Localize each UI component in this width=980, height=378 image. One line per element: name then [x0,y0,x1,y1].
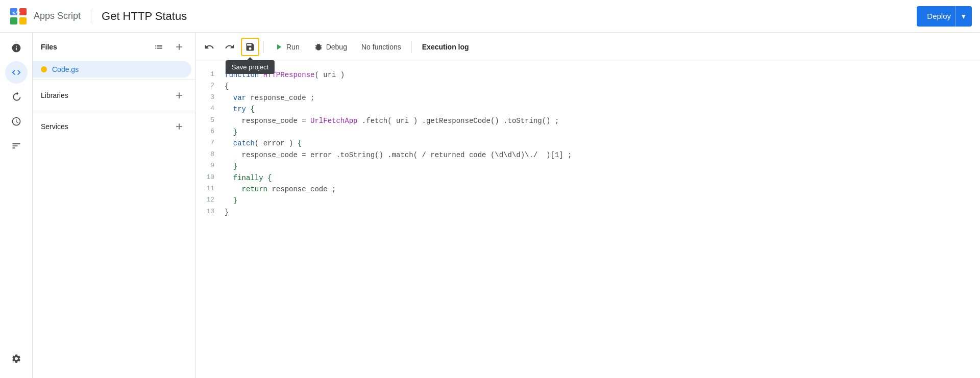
files-section-header: Files [33,33,195,61]
line-num-13: 13 [196,207,225,218]
clock-icon [11,116,21,127]
sort-icon [154,42,163,52]
add-service-button[interactable] [171,118,187,135]
section-divider-2 [33,111,195,111]
section-divider-1 [33,80,195,80]
sidebar-editor-button[interactable] [5,61,28,84]
redo-icon [225,42,235,52]
line-content-6: } [225,127,980,138]
history-icon [11,92,21,102]
project-title: Get HTTP Status [102,10,187,23]
deploy-dropdown-arrow[interactable]: ▾ [955,6,972,27]
sidebar-info-button[interactable] [5,37,28,59]
undo-button[interactable] [200,38,218,56]
line-num-8: 8 [196,149,225,161]
svg-rect-3 [10,17,17,24]
header-divider [91,9,91,23]
line-num-3: 3 [196,92,225,104]
file-item-code-gs[interactable]: Code.gs [33,61,191,78]
run-button[interactable]: Run [268,38,306,56]
code-line-7: 7 catch( error ) { [196,138,980,149]
toolbar-divider-2 [411,41,412,53]
line-num-7: 7 [196,138,225,149]
no-functions-button[interactable]: No functions [355,38,407,56]
deploy-button-label: Deploy [927,12,955,20]
line-num-9: 9 [196,161,225,172]
add-library-button[interactable] [171,87,187,104]
sidebar-executions-button[interactable] [5,135,28,157]
line-num-11: 11 [196,184,225,195]
logo-area: </> Apps Script [8,6,81,27]
line-num-2: 2 [196,81,225,92]
libraries-section[interactable]: Libraries [33,82,195,109]
editor-area: Save project Run Debug No functions Exec… [196,33,980,378]
line-content-5: response_code = UrlFetchApp .fetch( uri … [225,115,980,127]
code-line-4: 4 try { [196,104,980,115]
deploy-button[interactable]: Deploy ▾ [917,6,972,27]
plus-icon-lib [174,90,184,100]
files-header-actions [151,39,187,55]
line-content-4: try { [225,104,980,115]
icon-sidebar [0,33,33,378]
debug-button[interactable]: Debug [308,38,353,56]
line-content-9: } [225,161,980,172]
sort-files-button[interactable] [151,39,167,55]
editor-toolbar: Save project Run Debug No functions Exec… [196,33,980,61]
code-line-12: 12 } [196,195,980,206]
line-content-10: finally { [225,172,980,184]
execution-log-button[interactable]: Execution log [416,38,475,56]
file-panel: Files Code.gs Libraries Services [33,33,196,378]
apps-script-logo: </> [8,6,29,27]
line-content-12: } [225,195,980,206]
sidebar-history-button[interactable] [5,86,28,108]
svg-rect-4 [19,17,27,24]
code-line-9: 9 } [196,161,980,172]
sidebar-settings-button[interactable] [5,347,28,370]
code-line-1: 1 function HTTPResponse( uri ) [196,69,980,81]
sidebar-triggers-button[interactable] [5,110,28,133]
files-label: Files [41,43,57,51]
plus-icon [174,42,184,52]
execution-log-label: Execution log [422,43,469,51]
code-line-8: 8 response_code = error .toString() .mat… [196,149,980,161]
line-content-2: { [225,81,980,92]
debug-icon [314,42,323,52]
settings-icon [11,354,21,364]
line-num-12: 12 [196,195,225,206]
top-header: </> Apps Script Get HTTP Status Deploy ▾ [0,0,980,33]
line-content-11: return response_code ; [225,184,980,195]
services-section[interactable]: Services [33,113,195,140]
save-icon [245,42,255,52]
svg-text:</>: </> [12,10,21,15]
line-content-7: catch( error ) { [225,138,980,149]
services-label: Services [41,122,68,131]
line-content-1: function HTTPResponse( uri ) [225,69,980,81]
code-line-10: 10 finally { [196,172,980,184]
header-left: </> Apps Script Get HTTP Status [8,6,187,27]
debug-label: Debug [326,43,347,51]
line-content-8: response_code = error .toString() .match… [225,149,980,161]
save-button[interactable] [241,38,259,56]
run-icon [274,42,283,52]
save-tooltip: Save project [226,60,275,74]
code-editor[interactable]: 1 function HTTPResponse( uri ) 2 { 3 var… [196,61,980,378]
no-functions-label: No functions [361,43,401,51]
code-line-2: 2 { [196,81,980,92]
save-btn-container: Save project [241,38,259,56]
code-line-3: 3 var response_code ; [196,92,980,104]
plus-icon-svc [174,121,184,132]
main-layout: Files Code.gs Libraries Services [0,33,980,378]
line-num-5: 5 [196,115,225,127]
executions-icon [11,141,21,151]
code-line-13: 13 } [196,207,980,218]
code-line-11: 11 return response_code ; [196,184,980,195]
toolbar-divider-1 [263,41,264,53]
libraries-label: Libraries [41,91,68,99]
code-line-5: 5 response_code = UrlFetchApp .fetch( ur… [196,115,980,127]
add-file-button[interactable] [171,39,187,55]
line-content-13: } [225,207,980,218]
line-content-3: var response_code ; [225,92,980,104]
code-line-6: 6 } [196,127,980,138]
redo-button[interactable] [220,38,239,56]
file-name-code-gs: Code.gs [52,65,79,73]
